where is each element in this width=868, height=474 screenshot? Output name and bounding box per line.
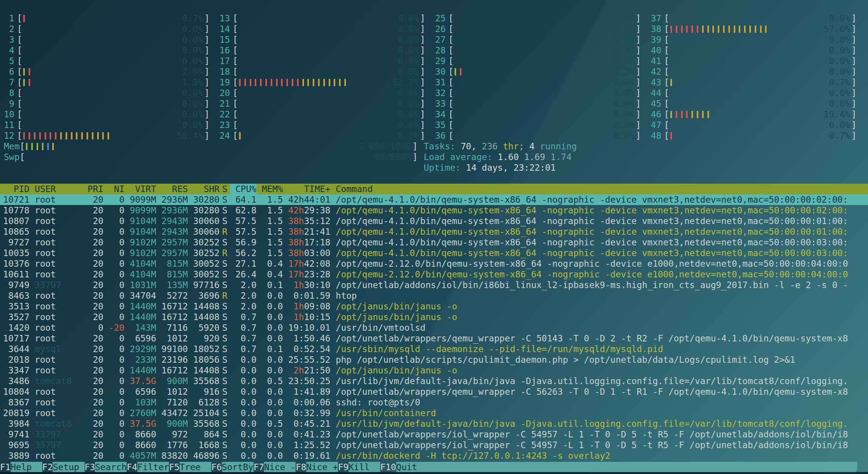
cell-ni: 0 xyxy=(103,312,124,322)
cell-time-rest: 1:50.46 xyxy=(294,333,331,343)
column-header-pri[interactable]: PRI xyxy=(82,184,103,194)
cell-ni: 0 xyxy=(103,301,124,312)
cell-ni: 0 xyxy=(103,365,124,376)
cpu-meter-33-body: 0.0% xyxy=(453,98,635,109)
memory-meter: Mem[7.65G/189G] xyxy=(4,141,418,152)
process-row-10778[interactable]: 10778root2009099M2936M30280S62.81.542h29… xyxy=(0,205,868,216)
cell-user: 33797 xyxy=(29,280,82,290)
process-row-9741[interactable]: 9741337972008660972864S0.00.00:41.23/opt… xyxy=(0,429,868,440)
fkey-f3-key[interactable]: F3 xyxy=(85,462,95,472)
fkey-f7-key[interactable]: F7 xyxy=(254,462,264,472)
fkey-f3-label[interactable]: Search xyxy=(95,462,127,472)
cell-ni: 0 xyxy=(103,376,124,386)
column-header-ni[interactable]: NI xyxy=(103,184,124,194)
process-row-3889[interactable]: 3889root2004057M8382046896S0.00.00:19.61… xyxy=(0,450,868,461)
meter-close-bracket: ] xyxy=(851,109,857,120)
cpu-number: 1 xyxy=(4,13,14,24)
fkey-f1-key[interactable]: F1 xyxy=(0,462,11,472)
fkey-f5-label[interactable]: Tree xyxy=(180,462,211,472)
fkey-f6-key[interactable]: F6 xyxy=(211,462,222,472)
meter-close-bracket: ] xyxy=(420,24,425,34)
process-row-1420[interactable]: 1420root0-20143M71165920S0.70.019:10.01/… xyxy=(0,322,868,333)
process-row-10035[interactable]: 10035root2009102M2957M30252R56.21.538h03… xyxy=(0,248,868,258)
meter-close-bracket: ] xyxy=(204,98,210,109)
fkey-f2-label[interactable]: Setup xyxy=(53,462,84,472)
cpu-meter-4-pct: 0.0% xyxy=(182,45,203,56)
cell-shr: 920 xyxy=(188,333,220,344)
cell-res: 900M xyxy=(156,376,188,386)
process-row-3984[interactable]: 3984tomcat820037.5G900M35568S0.00.50:45.… xyxy=(0,418,868,429)
column-header-time[interactable]: TIME+ xyxy=(283,184,331,194)
fkey-f2-key[interactable]: F2 xyxy=(42,462,53,472)
fkey-f8-label[interactable]: Nice + xyxy=(306,462,338,472)
fkey-f8-key[interactable]: F8 xyxy=(296,462,306,472)
fkey-f9-label[interactable]: Kill xyxy=(349,462,380,472)
process-row-3486[interactable]: 3486tomcat820037.5G900M35568S0.00.523:50… xyxy=(0,376,868,386)
process-row-9695[interactable]: 969533797200866017761668S0.00.01:25.52/o… xyxy=(0,440,868,450)
cpu-meter-44-pct: 0.0% xyxy=(829,88,850,98)
swap-meter-body: 0K/980M xyxy=(25,152,412,162)
cpu-number: 23 xyxy=(220,120,230,130)
process-row-10611[interactable]: 10611root2004104M815M30052S26.40.417h23:… xyxy=(0,269,868,280)
process-row-9749[interactable]: 9749337972001031M135M97716S2.00.11h30:10… xyxy=(0,280,868,290)
process-row-10717[interactable]: 10717root20065961012920S0.70.01:50.46/op… xyxy=(0,333,868,344)
cell-time-rest: 0:01.59 xyxy=(294,291,331,301)
process-row-9727[interactable]: 9727root2009102M2957M30252S56.91.538h17:… xyxy=(0,237,868,248)
cell-shr: 3696 xyxy=(188,290,220,301)
fkey-f6-label[interactable]: SortBy xyxy=(222,462,254,472)
process-row-3644[interactable]: 3644mysql2002929M9910018052S0.70.10:52.5… xyxy=(0,344,868,354)
cpu-meter-43-body: 0.7% xyxy=(669,77,851,88)
cell-user: root xyxy=(29,205,82,216)
column-header-virt[interactable]: VIRT xyxy=(124,184,156,194)
process-row-3527[interactable]: 3527root2001440M1671214408S0.70.01h10:15… xyxy=(0,312,868,322)
cell-ni: 0 xyxy=(103,408,124,418)
fkey-f10-label[interactable]: Quit xyxy=(396,462,857,472)
process-row-8463[interactable]: 8463root2003470452723696R2.00.00:01.59ht… xyxy=(0,290,868,301)
fkey-f4-label[interactable]: Filter xyxy=(137,462,169,472)
column-header-user[interactable]: USER xyxy=(29,184,82,194)
cell-user: root xyxy=(29,301,82,312)
column-header-s[interactable]: S xyxy=(220,184,230,194)
process-row-3347[interactable]: 3347root2001440M1671214408S0.00.02h21:50… xyxy=(0,365,868,376)
fkey-f9-key[interactable]: F9 xyxy=(338,462,349,472)
fkey-f1-label[interactable]: Help xyxy=(11,462,42,472)
fkey-f5-key[interactable]: F5 xyxy=(169,462,180,472)
fkey-f10-key[interactable]: F10 xyxy=(380,462,396,472)
fkey-f4-key[interactable]: F4 xyxy=(127,462,137,472)
column-header-command[interactable]: Command xyxy=(330,184,868,194)
meter-open-bracket: [ xyxy=(17,56,23,66)
process-row-3513[interactable]: 3513root2001440M1671214408S2.00.01h09:08… xyxy=(0,301,868,312)
process-row-10807[interactable]: 10807root2009104M2943M30060S57.51.538h35… xyxy=(0,216,868,226)
process-row-2018[interactable]: 2018root200233M2319618056S0.00.025:55.52… xyxy=(0,354,868,365)
load-average-segment: Load average: xyxy=(424,152,498,162)
process-row-20819[interactable]: 20819root2002760M4347225104S0.00.00:32.9… xyxy=(0,408,868,418)
meter-close-bracket: ] xyxy=(412,152,418,162)
process-row-10721[interactable]: 10721root2009099M2936M30280S64.11.542h44… xyxy=(0,194,868,205)
cell-virt: 2760M xyxy=(124,408,156,418)
process-row-10376[interactable]: 10376root2004104M815M30052S27.10.417h42:… xyxy=(0,258,868,269)
cell-shr: 30252 xyxy=(188,248,220,258)
cpu-meter-19-body: 62.7% xyxy=(238,77,420,88)
process-row-8367[interactable]: 8367root200103M71206128S0.00.00:00.06ssh… xyxy=(0,397,868,408)
meter-close-bracket: ] xyxy=(851,45,857,56)
meter-open-bracket: [ xyxy=(233,24,238,34)
column-header-shr[interactable]: SHR xyxy=(188,184,220,194)
cell-state: S xyxy=(220,440,230,450)
cpu-meter-15: 15[0.0%] xyxy=(220,34,426,45)
fkey-f7-label[interactable]: Nice - xyxy=(264,462,296,472)
cpu-meter-47: 47[0.0%] xyxy=(651,120,857,130)
meter-bar xyxy=(45,132,46,139)
cell-user: root xyxy=(29,248,82,258)
column-header-pid[interactable]: PID xyxy=(3,184,29,194)
column-header-res[interactable]: RES xyxy=(156,184,188,194)
load-average-segment: 1.74 xyxy=(550,152,571,162)
uptime-segment: Uptime: xyxy=(424,162,466,173)
cell-mem-pct: 0.0 xyxy=(257,397,283,408)
process-row-10804[interactable]: 10804root20065961012916S0.00.01:41.89/op… xyxy=(0,386,868,397)
cell-command: /opt/unetlab/wrappers/iol_wrapper -C 549… xyxy=(330,440,868,450)
process-row-10865[interactable]: 10865root2009104M2943M30060R57.51.538h21… xyxy=(0,226,868,237)
column-header-mem[interactable]: MEM% xyxy=(257,184,283,194)
cpu-meter-34-pct: 0.0% xyxy=(613,109,634,120)
column-header-cpu[interactable]: CPU% xyxy=(230,184,256,194)
meter-bar xyxy=(755,26,756,33)
